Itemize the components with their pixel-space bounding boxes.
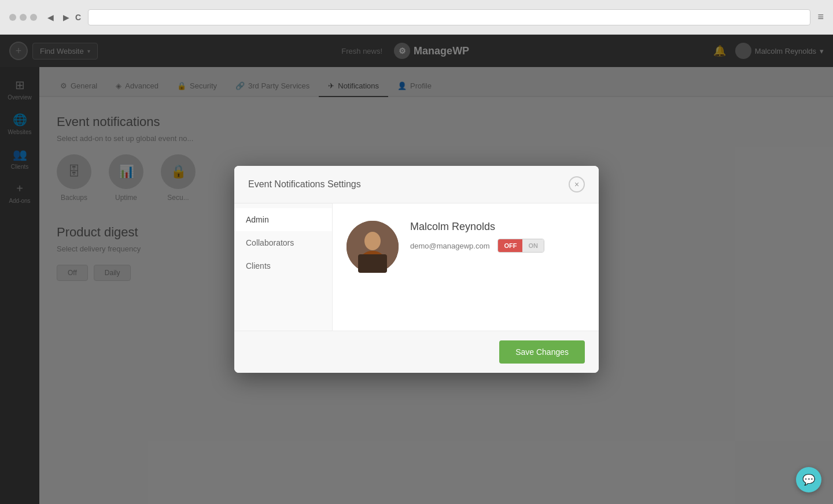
toggle-on-option[interactable]: ON [522, 239, 544, 252]
browser-nav: ◀ ▶ C [44, 12, 81, 23]
user-info: Malcolm Reynolds demo@managewp.com OFF O… [410, 221, 585, 253]
collaborators-nav-label: Collaborators [246, 238, 294, 247]
modal-content-area: Malcolm Reynolds demo@managewp.com OFF O… [333, 203, 599, 331]
user-display-name: Malcolm Reynolds [410, 221, 585, 233]
browser-dot-2 [20, 14, 27, 21]
chat-button[interactable]: 💬 [796, 467, 821, 492]
browser-dots [9, 14, 37, 21]
close-icon: × [574, 180, 579, 189]
modal-header: Event Notifications Settings × [234, 166, 599, 203]
svg-point-1 [364, 232, 381, 250]
back-button[interactable]: ◀ [44, 12, 57, 23]
modal-body: Admin Collaborators Clients [234, 203, 599, 331]
modal-title: Event Notifications Settings [248, 179, 361, 190]
modal-nav-clients[interactable]: Clients [234, 254, 332, 277]
user-email-row: demo@managewp.com OFF ON [410, 239, 585, 253]
browser-dot-1 [9, 14, 16, 21]
forward-button[interactable]: ▶ [60, 12, 73, 23]
refresh-button[interactable]: C [75, 12, 81, 23]
modal-overlay: Event Notifications Settings × Admin Col… [0, 35, 833, 504]
chat-icon: 💬 [802, 473, 815, 486]
browser-dot-3 [30, 14, 37, 21]
browser-menu-button[interactable]: ≡ [817, 11, 824, 23]
user-email-label: demo@managewp.com [410, 242, 489, 250]
modal-nav-admin[interactable]: Admin [234, 208, 332, 231]
clients-nav-label: Clients [246, 261, 271, 270]
save-changes-button[interactable]: Save Changes [499, 340, 585, 364]
user-avatar-image [347, 221, 399, 273]
app: + Find Website ▾ Fresh news! ⚙ ManageWP … [0, 35, 833, 504]
modal-close-button[interactable]: × [569, 176, 585, 192]
admin-nav-label: Admin [246, 215, 269, 224]
modal-sidebar: Admin Collaborators Clients [234, 203, 333, 331]
address-bar[interactable] [88, 9, 810, 25]
browser-chrome: ◀ ▶ C ≡ [0, 0, 833, 35]
modal-footer: Save Changes [234, 331, 599, 373]
event-notifications-modal: Event Notifications Settings × Admin Col… [234, 166, 599, 373]
modal-nav-collaborators[interactable]: Collaborators [234, 231, 332, 254]
toggle-off-option[interactable]: OFF [498, 239, 522, 252]
notification-toggle[interactable]: OFF ON [497, 239, 544, 253]
user-avatar-large [347, 221, 399, 273]
svg-rect-3 [358, 254, 387, 273]
